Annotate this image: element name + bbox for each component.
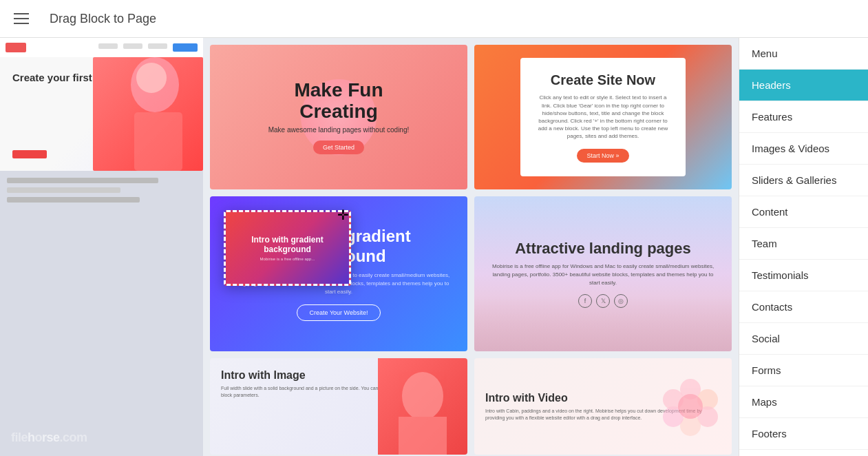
- facebook-icon[interactable]: f: [578, 294, 592, 308]
- preview-mini-bar: [0, 38, 203, 57]
- card-title: Create Site Now: [536, 72, 670, 88]
- sidebar-item-footers[interactable]: Footers: [739, 418, 868, 450]
- sidebar-item-headers[interactable]: Headers: [739, 70, 868, 101]
- red-image-block: [378, 358, 467, 455]
- preview-thumbnail: Create your first website: [0, 38, 203, 456]
- block-card-intro-image[interactable]: Intro with Image Full width slide with a…: [210, 358, 467, 455]
- svg-point-3: [402, 372, 443, 420]
- twitter-icon[interactable]: 𝕏: [596, 294, 610, 308]
- page-title: Drag Block to Page: [50, 12, 156, 26]
- svg-point-11: [678, 394, 703, 419]
- mini-nav-dot: [123, 43, 142, 49]
- block-card-landing[interactable]: Attractive landing pages Mobirise is a f…: [474, 196, 732, 351]
- sidebar-item-social[interactable]: Social: [739, 323, 868, 355]
- preview-hero-image: [93, 57, 203, 171]
- sidebar-item-maps[interactable]: Maps: [739, 386, 868, 418]
- top-bar: Drag Block to Page: [0, 0, 868, 38]
- sidebar-item-menu[interactable]: Menu: [739, 38, 868, 70]
- sidebar-item-features[interactable]: Features: [739, 101, 868, 133]
- card-subtitle: Make awesome landing pages without codin…: [268, 126, 410, 134]
- card-title: Make FunCreating: [294, 80, 383, 123]
- preview-hero-button: [12, 150, 47, 158]
- mini-nav-dot: [98, 43, 118, 49]
- card-inner-box: Create Site Now Click any text to edit o…: [520, 58, 686, 176]
- mini-nav-dot: [148, 43, 167, 49]
- sidebar-item-content[interactable]: Content: [739, 196, 868, 228]
- svg-rect-4: [399, 417, 447, 455]
- sidebar-item-team[interactable]: Team: [739, 228, 868, 260]
- hamburger-icon[interactable]: [14, 13, 29, 24]
- card-title: Attractive landing pages: [515, 240, 691, 258]
- drag-overlay-card: Intro with gradient background Mobirise …: [224, 210, 351, 286]
- blocks-panel: Make FunCreating Make awesome landing pa…: [203, 38, 739, 456]
- card-button[interactable]: Create Your Website!: [297, 304, 381, 321]
- sidebar-item-sliders-galleries[interactable]: Sliders & Galleries: [739, 165, 868, 196]
- drag-cursor-icon: ✛: [337, 207, 349, 223]
- svg-rect-1: [134, 112, 182, 171]
- sidebar-item-images-videos[interactable]: Images & Videos: [739, 133, 868, 165]
- social-icons: f 𝕏 ◎: [578, 294, 628, 308]
- flower-decoration: [656, 372, 725, 441]
- right-sidebar: Menu Headers Features Images & Videos Sl…: [739, 38, 868, 456]
- card-subtitle: Mobirise is a free offline app for Windo…: [488, 262, 718, 287]
- sidebar-item-contacts[interactable]: Contacts: [739, 291, 868, 323]
- mini-logo: [6, 43, 26, 52]
- sidebar-item-testimonials[interactable]: Testimonials: [739, 260, 868, 291]
- left-panel: Create your first website: [0, 38, 203, 456]
- sidebar-item-forms[interactable]: Forms: [739, 355, 868, 386]
- instagram-icon[interactable]: ◎: [614, 294, 628, 308]
- card-button[interactable]: Get Started: [313, 141, 364, 154]
- preview-rest: [0, 171, 203, 456]
- mini-cta-button: [173, 43, 198, 52]
- block-card-make-fun[interactable]: Make FunCreating Make awesome landing pa…: [210, 45, 467, 189]
- mini-nav: [98, 43, 198, 52]
- drag-card-subtitle: Mobirise is a free offline app...: [260, 257, 315, 261]
- watermark: filehorse.com: [11, 431, 87, 445]
- card-button[interactable]: Start Now »: [577, 149, 628, 163]
- svg-point-2: [136, 63, 167, 93]
- sidebar-item-countdowns[interactable]: Countdowns: [739, 450, 868, 456]
- block-card-intro-video[interactable]: Intro with Video Intro with Cabin, paddi…: [474, 358, 732, 455]
- card-body: Click any text to edit or style it. Sele…: [536, 94, 670, 140]
- drag-card-title: Intro with gradient background: [233, 235, 342, 255]
- preview-hero: Create your first website: [0, 57, 203, 171]
- block-card-create-site[interactable]: Create Site Now Click any text to edit o…: [474, 45, 732, 189]
- main-area: Create your first website: [0, 38, 868, 456]
